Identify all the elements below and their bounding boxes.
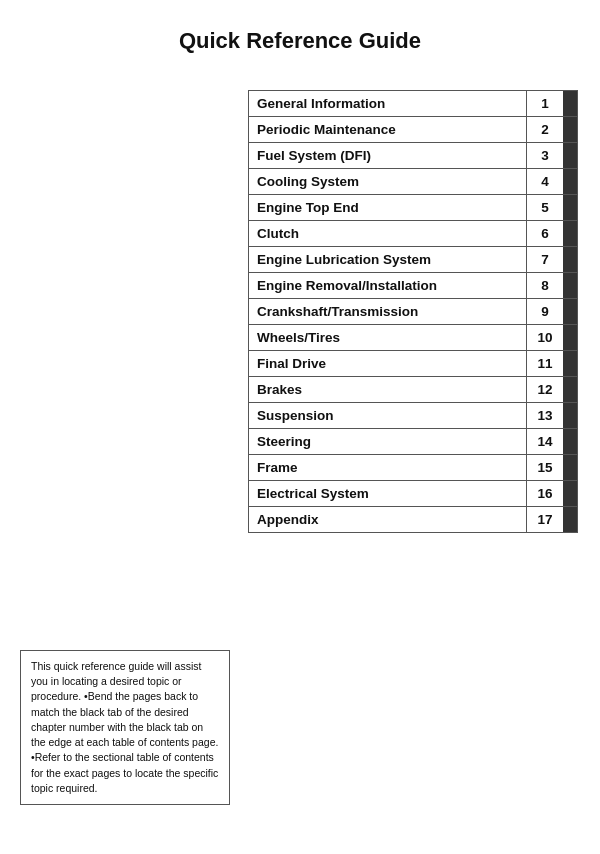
table-row: Fuel System (DFI)3	[248, 142, 578, 168]
toc-item-label: General Information	[249, 91, 527, 116]
toc-item-number: 1	[527, 91, 563, 116]
toc-item-label: Brakes	[249, 377, 527, 402]
toc-item-label: Cooling System	[249, 169, 527, 194]
table-row: Suspension13	[248, 402, 578, 428]
toc-item-label: Appendix	[249, 507, 527, 532]
table-row: Appendix17	[248, 506, 578, 533]
toc-item-label: Steering	[249, 429, 527, 454]
table-row: Periodic Maintenance2	[248, 116, 578, 142]
toc-tab-marker	[563, 221, 577, 246]
toc-item-label: Periodic Maintenance	[249, 117, 527, 142]
toc-item-number: 12	[527, 377, 563, 402]
table-row: Frame15	[248, 454, 578, 480]
toc-item-label: Engine Top End	[249, 195, 527, 220]
table-row: Wheels/Tires10	[248, 324, 578, 350]
table-row: Electrical System16	[248, 480, 578, 506]
toc-tab-marker	[563, 429, 577, 454]
toc-item-number: 2	[527, 117, 563, 142]
toc-tab-marker	[563, 195, 577, 220]
toc-item-number: 4	[527, 169, 563, 194]
table-row: Engine Lubrication System7	[248, 246, 578, 272]
toc-item-label: Crankshaft/Transmission	[249, 299, 527, 324]
toc-item-number: 11	[527, 351, 563, 376]
toc-item-number: 3	[527, 143, 563, 168]
table-row: Engine Top End5	[248, 194, 578, 220]
toc-container: General Information1Periodic Maintenance…	[248, 90, 578, 533]
toc-item-number: 17	[527, 507, 563, 532]
toc-item-number: 8	[527, 273, 563, 298]
toc-tab-marker	[563, 273, 577, 298]
toc-item-number: 13	[527, 403, 563, 428]
table-row: Steering14	[248, 428, 578, 454]
toc-tab-marker	[563, 325, 577, 350]
toc-item-label: Electrical System	[249, 481, 527, 506]
toc-tab-marker	[563, 169, 577, 194]
toc-item-number: 16	[527, 481, 563, 506]
toc-item-number: 15	[527, 455, 563, 480]
table-row: Final Drive11	[248, 350, 578, 376]
toc-item-number: 10	[527, 325, 563, 350]
toc-tab-marker	[563, 481, 577, 506]
toc-tab-marker	[563, 507, 577, 532]
toc-item-number: 9	[527, 299, 563, 324]
toc-tab-marker	[563, 299, 577, 324]
page-title: Quick Reference Guide	[0, 0, 600, 72]
table-row: Crankshaft/Transmission9	[248, 298, 578, 324]
toc-item-label: Clutch	[249, 221, 527, 246]
toc-item-number: 5	[527, 195, 563, 220]
page: Quick Reference Guide General Informatio…	[0, 0, 600, 854]
toc-item-number: 7	[527, 247, 563, 272]
toc-tab-marker	[563, 247, 577, 272]
table-row: Engine Removal/Installation8	[248, 272, 578, 298]
table-row: Cooling System4	[248, 168, 578, 194]
toc-item-label: Final Drive	[249, 351, 527, 376]
table-row: General Information1	[248, 90, 578, 116]
toc-tab-marker	[563, 351, 577, 376]
toc-item-number: 14	[527, 429, 563, 454]
toc-tab-marker	[563, 91, 577, 116]
toc-item-label: Engine Lubrication System	[249, 247, 527, 272]
toc-item-label: Fuel System (DFI)	[249, 143, 527, 168]
toc-tab-marker	[563, 455, 577, 480]
toc-tab-marker	[563, 403, 577, 428]
toc-item-label: Suspension	[249, 403, 527, 428]
table-row: Brakes12	[248, 376, 578, 402]
toc-item-label: Frame	[249, 455, 527, 480]
toc-item-label: Wheels/Tires	[249, 325, 527, 350]
note-box: This quick reference guide will assist y…	[20, 650, 230, 805]
toc-item-label: Engine Removal/Installation	[249, 273, 527, 298]
table-row: Clutch6	[248, 220, 578, 246]
toc-item-number: 6	[527, 221, 563, 246]
toc-tab-marker	[563, 377, 577, 402]
toc-tab-marker	[563, 143, 577, 168]
toc-tab-marker	[563, 117, 577, 142]
